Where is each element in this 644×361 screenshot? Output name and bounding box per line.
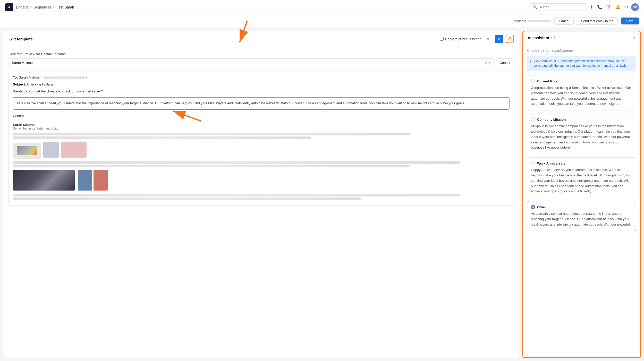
breadcrumb: Engage > Sequences > Test Sarah [16,5,74,9]
signature-title: Senior Technical Writer and Editor [13,127,510,130]
opener-label-row-2: Company Mission [531,117,632,122]
opener-label-1: Current Role [537,79,557,83]
reply-checkbox[interactable] [440,37,444,41]
help-icon[interactable]: ❓ [606,4,612,10]
editor-body: Generate Preview for Contact (optional) … [3,47,519,358]
gear-icon[interactable]: ⚙ [624,4,628,10]
upload-icon[interactable]: ⬆ [590,4,594,10]
signature-logo-1 [13,143,41,159]
app-logo: A [5,3,13,11]
editor-panel: Edit template Reply to previous thread ✏… [3,31,519,358]
main-content: Edit template Reply to previous thread ✏… [0,28,644,361]
subject-value: Checking In Sarah [27,82,55,86]
email-footer-cheers: Cheers, [13,113,510,119]
signature-image-medium [61,142,87,158]
contact-cancel-button[interactable]: Cancel [496,58,514,67]
ai-close-button[interactable]: × [633,35,636,40]
preview-label: Generate Preview for Contact (optional) [9,52,514,56]
radio-company-mission[interactable] [531,117,535,122]
sig-blurred-3 [13,161,460,164]
contact-row: Sarah Malone ✕ ▾ Cancel [9,58,514,67]
breadcrumb-sep2: > [53,5,55,9]
contact-input[interactable]: Sarah Malone ✕ ▾ [9,58,494,67]
to-close: > [85,75,87,79]
breadcrumb-sequences[interactable]: Sequences [33,5,52,9]
reply-to-thread-label[interactable]: Reply to previous thread [440,37,481,41]
opener-text-3: Happy Anniversary! As you celebrate this… [531,167,632,194]
breadcrumb-engage[interactable]: Engage [16,5,28,9]
contact-icons: ✕ ▾ [485,61,490,65]
signature-name: Sarah Malone [13,123,510,127]
sig-blurred-4 [13,165,410,167]
mailbox-label: Mailbox: [514,19,526,23]
opener-label-row-1: Current Role [531,79,632,83]
email-body-line1: Sarah, did you get the chance to check o… [13,89,510,94]
contact-name-text: Sarah Malone [12,61,33,65]
breadcrumb-sep1: > [30,5,32,9]
search-box[interactable]: 🔍 [530,3,587,11]
editor-title: Edit template [9,37,33,41]
ai-title-row: AI assistant ⓘ [528,36,555,40]
ai-people-button[interactable] [506,35,514,43]
bell-icon[interactable]: 🔔 [615,4,621,10]
opener-label-row-4: Other [531,205,632,209]
avatar[interactable]: SM [631,3,639,11]
email-preview: To: Sarah Malone <> Subject: Checking In… [9,71,514,205]
opener-option-other[interactable]: Other As a creative spirit at heart, you… [527,201,636,231]
banner-info-icon: ℹ [530,59,531,64]
opener-option-work-anniversary[interactable]: Work Anniversary Happy Anniversary! As y… [527,157,636,198]
pencil-button[interactable]: ✏ [484,35,492,43]
sig-image-2 [78,170,92,191]
eye-button[interactable]: 👁 [495,35,503,43]
phone-icon[interactable]: 📞 [597,4,603,10]
email-address-blurred [44,76,85,79]
radio-other[interactable] [531,205,535,209]
breadcrumb-current: Test Sarah [57,5,74,9]
ai-info-icon[interactable]: ⓘ [551,36,555,40]
ai-panel-title: AI assistant [528,36,549,40]
topbar: A Engage > Sequences > Test Sarah 🔍 ⬆ 📞 … [0,0,644,14]
topbar-left: A Engage > Sequences > Test Sarah [5,3,74,11]
dropdown-icon[interactable]: ▾ [489,61,490,65]
cancel-button[interactable]: Cancel [554,17,573,25]
reply-label-text: Reply to previous thread [445,37,481,41]
signature-image-small [43,142,59,158]
sig-blurred-5 [13,194,460,196]
opener-label-2: Company Mission [537,118,566,122]
opener-text-4: As a creative spirit at heart, you under… [531,211,632,227]
opener-text-2: At Apollo.io, we admire companies like y… [531,124,632,150]
ai-panel: AI assistant ⓘ × Choose personalized ope… [522,31,641,358]
signature-images [13,141,510,159]
topbar-right: 🔍 ⬆ 📞 ❓ 🔔 ⚙ SM [530,3,639,11]
search-input[interactable] [539,5,584,9]
save-button[interactable]: Save [621,18,639,24]
opener-option-company-mission[interactable]: Company Mission At Apollo.io, we admire … [527,114,636,154]
opener-label-4: Other [537,205,546,209]
to-label: To: [13,75,18,79]
to-value: Sarah Malone < [19,75,43,79]
search-icon: 🔍 [533,5,537,9]
ai-section-title: Choose personalized opener [527,48,636,53]
info-banner: ℹ View samples of AI-generated personali… [527,56,636,71]
editor-header: Edit template Reply to previous thread ✏… [3,31,519,47]
opener-label-3: Work Anniversary [537,161,566,165]
opener-option-current-role[interactable]: Current Role Congratulations on being a … [527,75,636,110]
email-subject: Subject: Checking In Sarah [13,82,510,87]
sig-blurred-2 [13,136,311,139]
sig-blurred-1 [13,133,410,135]
sig-image-3 [94,170,108,191]
radio-work-anniversary[interactable] [531,161,535,165]
clear-icon[interactable]: ✕ [485,61,487,65]
send-test-button[interactable]: Send test email to me [577,17,618,25]
editor-header-right: Reply to previous thread ✏ 👁 [440,35,514,43]
ai-body: Choose personalized opener ℹ View sample… [523,44,640,357]
svg-point-0 [509,37,511,39]
nav-icons: ⬆ 📞 ❓ 🔔 ⚙ [590,4,628,10]
sig-image-main [13,170,75,191]
mailbox-row: Mailbox: [514,19,551,23]
radio-current-role[interactable] [531,79,535,83]
mailbox-bar [528,20,551,22]
ai-header: AI assistant ⓘ × [523,31,640,44]
subject-label: Subject: [13,82,26,86]
opener-text-1: Congratulations on being a Senior Techni… [531,85,632,107]
